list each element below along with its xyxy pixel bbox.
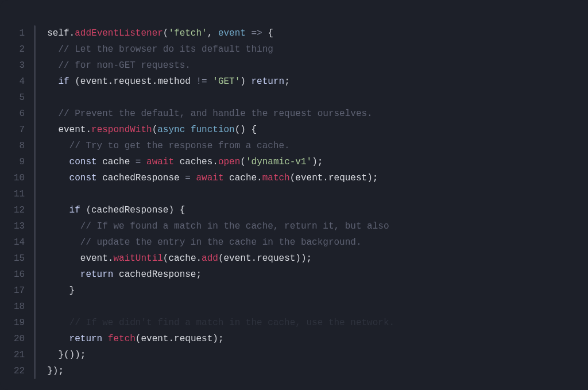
line-number: 4 (14, 74, 25, 90)
code-token: // Let the browser do its default thing (58, 44, 273, 55)
code-line[interactable]: // If we found a match in the cache, ret… (47, 218, 394, 234)
line-number: 17 (14, 283, 25, 299)
code-token (47, 253, 80, 264)
code-token: 'dynamic-v1' (246, 157, 312, 167)
code-token: request (174, 334, 212, 344)
code-token: . (323, 173, 328, 183)
code-token: ( (152, 125, 158, 135)
code-token: . (108, 76, 114, 87)
line-number: 3 (14, 57, 25, 74)
code-token: open (218, 157, 240, 167)
code-token: event (141, 334, 168, 344)
code-token (47, 221, 80, 231)
code-line[interactable]: } (47, 283, 394, 299)
code-token: // Prevent the default, and handle the r… (58, 109, 372, 119)
line-number: 18 (14, 299, 25, 315)
code-token: cache (168, 253, 196, 264)
line-number: 19 (14, 315, 25, 331)
code-token (246, 28, 252, 38)
code-token (141, 157, 146, 167)
code-line[interactable]: event.respondWith(async function() { (47, 122, 394, 138)
code-token: event (224, 253, 252, 264)
code-token: event (295, 173, 323, 183)
code-token: != (196, 76, 207, 87)
code-token: // Try to get the response from a cache. (69, 141, 290, 151)
code-token: event (80, 76, 108, 87)
code-line[interactable]: if (cachedResponse) { (47, 202, 394, 218)
code-token: ( (290, 173, 296, 183)
code-token: ; (284, 76, 290, 87)
code-token: ); (367, 173, 378, 183)
line-number: 8 (14, 138, 25, 154)
code-token: . (69, 28, 75, 38)
code-token: function (191, 125, 235, 135)
code-token: ( (218, 253, 224, 264)
code-token: self (47, 28, 69, 38)
code-token: ( (136, 334, 141, 344)
code-token: await (146, 157, 174, 167)
code-token: , (207, 28, 218, 38)
code-line[interactable] (47, 299, 394, 315)
code-lines[interactable]: self.addEventListener('fetch', event => … (47, 25, 394, 379)
code-line[interactable]: event.waitUntil(cache.add(event.request)… (47, 250, 394, 267)
code-line[interactable]: // update the entry in the cache in the … (47, 234, 394, 250)
code-token: async (157, 125, 185, 135)
code-line[interactable]: // Let the browser do its default thing (47, 41, 394, 57)
code-token: 'fetch' (168, 28, 207, 38)
code-token: ( (240, 157, 246, 167)
code-token: . (212, 157, 218, 167)
line-number: 7 (14, 122, 25, 138)
code-token (47, 237, 80, 248)
code-token: . (196, 253, 202, 264)
code-token (47, 44, 58, 55)
code-line[interactable]: const cachedResponse = await cache.match… (47, 170, 394, 186)
code-token (185, 125, 191, 135)
code-token (47, 334, 69, 344)
code-line[interactable]: if (event.request.method != 'GET') retur… (47, 74, 394, 90)
code-token: ); (312, 157, 323, 167)
code-token: ( (69, 76, 80, 87)
code-token: respondWith (91, 125, 152, 135)
code-token: request (113, 76, 152, 87)
code-token: = (136, 157, 141, 167)
code-token (47, 60, 58, 71)
code-token: const (69, 173, 97, 183)
code-editor: 12345678910111213141516171819202122 self… (0, 0, 588, 390)
code-token (102, 334, 108, 344)
line-number: 22 (14, 363, 25, 379)
code-token: if (69, 205, 80, 215)
code-token: ; (196, 269, 202, 280)
code-line[interactable]: self.addEventListener('fetch', event => … (47, 25, 394, 41)
line-number: 12 (14, 202, 25, 218)
gutter-rule (34, 25, 36, 379)
code-line[interactable]: const cache = await caches.open('dynamic… (47, 154, 394, 170)
code-token: // If we found a match in the cache, ret… (80, 221, 389, 231)
code-token: await (196, 173, 223, 183)
code-line[interactable]: return cachedResponse; (47, 267, 394, 283)
code-line[interactable]: // Prevent the default, and handle the r… (47, 106, 394, 122)
code-token (47, 76, 58, 87)
code-line[interactable]: // for non-GET requests. (47, 57, 394, 74)
line-number-gutter: 12345678910111213141516171819202122 (14, 25, 34, 379)
code-token: ( (80, 205, 91, 215)
code-line[interactable]: }); (47, 363, 394, 379)
code-token: ); (212, 334, 223, 344)
code-token: // update the entry in the cache in the … (80, 237, 362, 248)
line-number: 5 (14, 90, 25, 106)
line-number: 14 (14, 234, 25, 250)
code-line[interactable]: return fetch(event.request); (47, 331, 394, 347)
code-token: = (185, 173, 191, 183)
code-line[interactable] (47, 186, 394, 202)
code-token: . (252, 253, 257, 264)
code-line[interactable]: // If we didn't find a match in the cach… (47, 315, 394, 331)
code-token: request (328, 173, 367, 183)
line-number: 10 (14, 170, 25, 186)
code-token: if (58, 76, 69, 87)
code-line[interactable] (47, 90, 394, 106)
code-line[interactable]: // Try to get the response from a cache. (47, 138, 394, 154)
code-token: method (157, 76, 191, 87)
code-line[interactable]: }()); (47, 347, 394, 363)
code-area: 12345678910111213141516171819202122 self… (14, 25, 588, 379)
code-token: } (47, 285, 75, 296)
code-token (47, 157, 69, 167)
